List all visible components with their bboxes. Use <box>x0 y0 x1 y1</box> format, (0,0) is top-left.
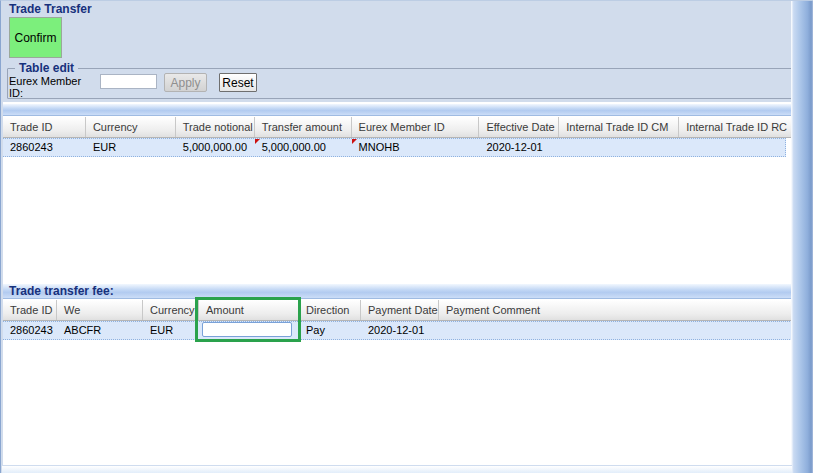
trade-transfer-window: Trade Transfer × Confirm Table edit Eure… <box>0 0 813 473</box>
cell-internal-trade-id-rc <box>679 139 785 156</box>
column-header-trade-id[interactable]: Trade ID <box>3 117 86 137</box>
column-header-trade-notional[interactable]: Trade notional <box>176 117 255 137</box>
window-bottom-border <box>2 465 792 473</box>
fee-section-header: Trade transfer fee: <box>3 283 792 299</box>
cell-effective-date: 2020-12-01 <box>479 139 559 156</box>
column-header-internal-trade-id-cm[interactable]: Internal Trade ID CM <box>559 117 679 137</box>
reset-button[interactable]: Reset <box>219 73 257 92</box>
cell-transfer-amount: 5,000,000.00 <box>255 139 352 156</box>
cell-fee-trade-id: 2860243 <box>3 322 57 339</box>
window-title: Trade Transfer <box>9 2 92 16</box>
eurex-member-id-input[interactable] <box>100 74 157 89</box>
eurex-member-id-label: Eurex Member ID: <box>9 75 95 99</box>
column-header-amount[interactable]: Amount <box>199 300 299 320</box>
cell-trade-notional: 5,000,000.00 <box>176 139 255 156</box>
cell-payment-date: 2020-12-01 <box>361 322 439 339</box>
column-header-direction[interactable]: Direction <box>299 300 361 320</box>
edited-marker-icon <box>352 139 357 144</box>
column-header-payment-comment[interactable]: Payment Comment <box>439 300 792 320</box>
cell-fee-currency: EUR <box>143 322 199 339</box>
column-header-internal-trade-id-rc[interactable]: Internal Trade ID RC <box>679 117 792 137</box>
cell-eurex-member-id: MNOHB <box>352 139 480 156</box>
table-edit-legend: Table edit <box>15 61 78 75</box>
column-header-effective-date[interactable]: Effective Date <box>479 117 559 137</box>
column-header-transfer-amount[interactable]: Transfer amount <box>255 117 352 137</box>
cell-internal-trade-id-cm <box>559 139 679 156</box>
apply-button[interactable]: Apply <box>164 73 207 92</box>
amount-input[interactable] <box>202 322 292 337</box>
fee-table-header: Trade ID We Currency Amount Direction Pa… <box>3 300 792 321</box>
column-header-fee-trade-id[interactable]: Trade ID <box>3 300 57 320</box>
grids-area: Trade ID Currency Trade notional Transfe… <box>3 102 792 466</box>
grid-caption-bar <box>3 103 792 116</box>
cell-direction: Pay <box>299 322 361 339</box>
trades-table-row[interactable]: 2860243 EUR 5,000,000.00 5,000,000.00 MN… <box>3 138 786 157</box>
trades-table-header: Trade ID Currency Trade notional Transfe… <box>3 117 792 138</box>
cell-payment-comment <box>439 322 792 339</box>
confirm-button[interactable]: Confirm <box>9 17 62 58</box>
window-right-border <box>791 1 813 473</box>
column-header-payment-date[interactable]: Payment Date <box>361 300 439 320</box>
cell-we: ABCFR <box>57 322 143 339</box>
column-header-we[interactable]: We <box>57 300 143 320</box>
column-header-currency[interactable]: Currency <box>86 117 176 137</box>
column-header-eurex-member-id[interactable]: Eurex Member ID <box>352 117 480 137</box>
column-header-fee-currency[interactable]: Currency <box>143 300 199 320</box>
cell-currency: EUR <box>86 139 176 156</box>
fee-table-row[interactable]: 2860243 ABCFR EUR Pay 2020-12-01 <box>3 321 792 340</box>
edited-marker-icon <box>255 139 260 144</box>
cell-trade-id: 2860243 <box>3 139 86 156</box>
